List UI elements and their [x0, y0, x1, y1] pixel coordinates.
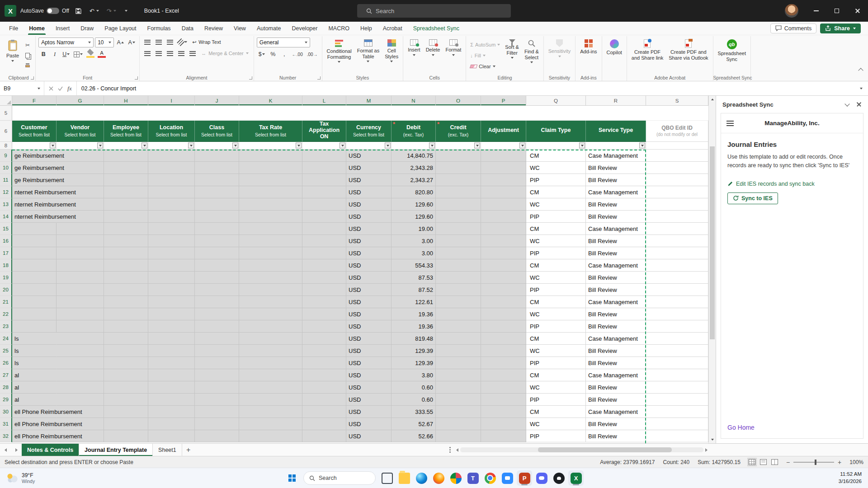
save-button[interactable]: [73, 6, 84, 16]
cell-K13[interactable]: [239, 198, 302, 211]
decrease-decimal-button[interactable]: .00→: [306, 50, 319, 59]
cell-G23[interactable]: [57, 320, 104, 333]
cell-K10[interactable]: [239, 162, 302, 174]
row-header-6[interactable]: 6: [0, 121, 12, 142]
cell-Q32[interactable]: PIP: [526, 430, 586, 442]
cell-F9[interactable]: ge Reimbursement: [12, 150, 57, 162]
increase-decimal-button[interactable]: ←.00: [291, 50, 304, 59]
ribbon-tab-file[interactable]: File: [4, 22, 24, 35]
cell-L19[interactable]: [302, 272, 346, 284]
cell-M27[interactable]: USD: [346, 369, 392, 381]
cell-P17[interactable]: [481, 247, 526, 259]
align-right-button[interactable]: [165, 49, 175, 58]
cell-O17[interactable]: [436, 247, 481, 259]
cell-J14[interactable]: [195, 211, 239, 223]
cell-H10[interactable]: [104, 162, 148, 174]
cell-N20[interactable]: 87.52: [392, 284, 436, 296]
sort-filter-button[interactable]: Sort & Filter: [503, 38, 521, 74]
cell-S22[interactable]: [646, 308, 708, 320]
ribbon-tab-macro[interactable]: MACRO: [323, 22, 355, 35]
cell-O13[interactable]: [436, 198, 481, 211]
cell-P23[interactable]: [481, 320, 526, 333]
cell-J22[interactable]: [195, 308, 239, 320]
row-header-29[interactable]: 29: [0, 394, 12, 406]
excel-app-icon[interactable]: X: [5, 5, 16, 17]
task-pane-collapse-button[interactable]: [844, 101, 849, 106]
status-average[interactable]: Average: 23799.16917: [600, 459, 655, 465]
cell-F30[interactable]: ell Phone Reimbursement: [12, 406, 57, 418]
cell-O18[interactable]: [436, 259, 481, 272]
close-button[interactable]: [847, 0, 868, 22]
addins-button[interactable]: Add-ins: [578, 38, 599, 74]
cell-L12[interactable]: [302, 186, 346, 198]
cell-P32[interactable]: [481, 430, 526, 442]
cell-J17[interactable]: [195, 247, 239, 259]
cell-S31[interactable]: [646, 418, 708, 430]
bold-button[interactable]: B: [38, 50, 48, 59]
cell-P14[interactable]: [481, 211, 526, 223]
cell-O10[interactable]: [436, 162, 481, 174]
cell-M25[interactable]: USD: [346, 345, 392, 357]
cell-H11[interactable]: [104, 174, 148, 186]
align-left-button[interactable]: [142, 49, 152, 58]
cell-P26[interactable]: [481, 357, 526, 369]
filter-button-Q[interactable]: [579, 143, 585, 149]
cell-Q13[interactable]: WC: [526, 198, 586, 211]
cell-H19[interactable]: [104, 272, 148, 284]
borders-button[interactable]: [72, 50, 84, 59]
cell-J18[interactable]: [195, 259, 239, 272]
cell-N29[interactable]: 0.60: [392, 394, 436, 406]
cell-Q28[interactable]: WC: [526, 381, 586, 394]
horizontal-scrollbar[interactable]: [455, 444, 708, 456]
cell-I21[interactable]: [148, 296, 195, 308]
cell-M26[interactable]: USD: [346, 357, 392, 369]
cell-G26[interactable]: [57, 357, 104, 369]
cell-S12[interactable]: [646, 186, 708, 198]
cell-H14[interactable]: [104, 211, 148, 223]
cell-L16[interactable]: [302, 235, 346, 247]
cell-H32[interactable]: [104, 430, 148, 442]
cell-S25[interactable]: [646, 345, 708, 357]
cell-I32[interactable]: [148, 430, 195, 442]
column-header-Q[interactable]: Q: [526, 96, 586, 106]
cell-K11[interactable]: [239, 174, 302, 186]
alignment-dialog-launcher[interactable]: [249, 76, 252, 80]
cell-K15[interactable]: [239, 223, 302, 235]
cell-M10[interactable]: USD: [346, 162, 392, 174]
font-dialog-launcher[interactable]: [135, 76, 138, 80]
h-scroll-left-button[interactable]: [456, 448, 458, 452]
column-header-L[interactable]: L: [302, 96, 346, 106]
cell-I28[interactable]: [148, 381, 195, 394]
start-button[interactable]: [284, 470, 300, 486]
cell-Q24[interactable]: CM: [526, 333, 586, 345]
wrap-text-button[interactable]: ↩Wrap Text: [190, 38, 223, 46]
sheet-nav-left-button[interactable]: [0, 444, 11, 456]
cell-L13[interactable]: [302, 198, 346, 211]
cell-J26[interactable]: [195, 357, 239, 369]
cell-S14[interactable]: [646, 211, 708, 223]
cell-S21[interactable]: [646, 296, 708, 308]
cell-Q25[interactable]: WC: [526, 345, 586, 357]
cell-O24[interactable]: [436, 333, 481, 345]
row-header-32[interactable]: 32: [0, 430, 12, 442]
cell-F17[interactable]: [12, 247, 57, 259]
cell-K29[interactable]: [239, 394, 302, 406]
comma-style-button[interactable]: ,: [279, 50, 289, 59]
quick-access-customize-button[interactable]: [122, 9, 129, 13]
cell-P29[interactable]: [481, 394, 526, 406]
column-header-G[interactable]: G: [57, 96, 104, 106]
number-dialog-launcher[interactable]: [317, 76, 321, 80]
insert-cells-button[interactable]: Insert: [406, 38, 422, 74]
taskbar-icon-zoom[interactable]: [500, 470, 515, 486]
zoom-level[interactable]: 100%: [849, 459, 863, 465]
cell-L17[interactable]: [302, 247, 346, 259]
cell-I22[interactable]: [148, 308, 195, 320]
scroll-up-button[interactable]: [709, 96, 716, 103]
cell-P30[interactable]: [481, 406, 526, 418]
cell-G19[interactable]: [57, 272, 104, 284]
cell-Q26[interactable]: PIP: [526, 357, 586, 369]
cell-P15[interactable]: [481, 223, 526, 235]
cell-M24[interactable]: USD: [346, 333, 392, 345]
cell-O20[interactable]: [436, 284, 481, 296]
cell-I27[interactable]: [148, 369, 195, 381]
